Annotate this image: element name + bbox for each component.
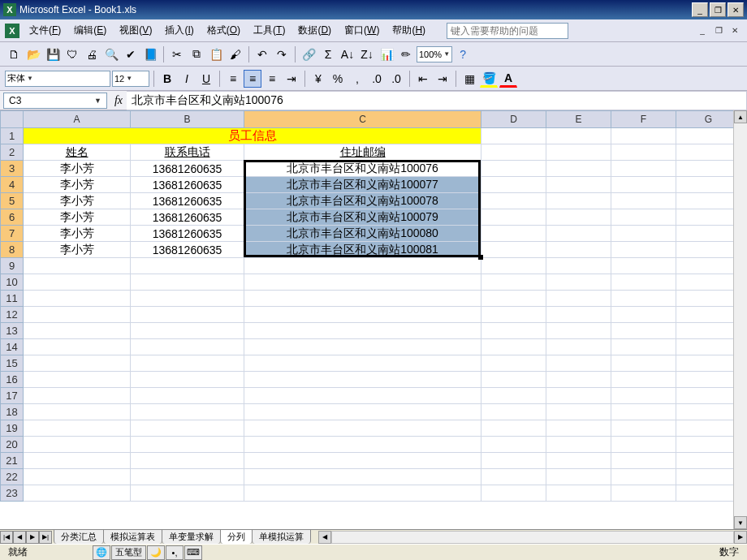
merge-center-icon[interactable]: ⇥ [283, 70, 300, 88]
cell-D8[interactable] [481, 242, 546, 258]
row-header-18[interactable]: 18 [0, 404, 24, 420]
cell-E16[interactable] [546, 372, 611, 388]
bold-button[interactable]: B [158, 70, 176, 88]
cell-A20[interactable] [24, 437, 131, 453]
cell-F7[interactable] [611, 226, 676, 242]
currency-icon[interactable]: ¥ [309, 70, 327, 88]
cell-C10[interactable] [244, 274, 481, 291]
row-header-6[interactable]: 6 [0, 209, 24, 226]
cell-C11[interactable] [244, 291, 481, 307]
tab-next-icon[interactable]: ▶ [26, 531, 39, 544]
cell-D22[interactable] [481, 469, 546, 485]
cell-C6[interactable]: 北京市丰台区和义南站100079 [244, 209, 481, 226]
cell-F11[interactable] [611, 291, 676, 307]
h-track[interactable] [331, 531, 734, 544]
col-header-F[interactable]: F [611, 110, 676, 128]
cell-E13[interactable] [546, 323, 611, 339]
cell-C22[interactable] [244, 469, 481, 485]
cell-F22[interactable] [611, 469, 676, 485]
cell-D16[interactable] [481, 372, 546, 388]
cell-F16[interactable] [611, 372, 676, 388]
cell-B10[interactable] [131, 274, 244, 291]
cell-F9[interactable] [611, 258, 676, 274]
cell-B23[interactable] [131, 485, 244, 502]
cell-E18[interactable] [546, 404, 611, 420]
cell-C20[interactable] [244, 437, 481, 453]
row-header-19[interactable]: 19 [0, 420, 24, 437]
increase-indent-icon[interactable]: ⇥ [434, 70, 451, 88]
cell-D18[interactable] [481, 404, 546, 420]
decrease-indent-icon[interactable]: ⇤ [414, 70, 432, 88]
chart-icon[interactable]: 📊 [378, 45, 395, 63]
undo-icon[interactable]: ↶ [253, 45, 271, 63]
cell-C13[interactable] [244, 323, 481, 339]
cell-A5[interactable]: 李小芳 [24, 193, 131, 209]
row-header-20[interactable]: 20 [0, 437, 24, 453]
cell-B18[interactable] [131, 404, 244, 420]
col-header-A[interactable]: A [24, 110, 131, 128]
cell-F10[interactable] [611, 274, 676, 291]
cell-B3[interactable]: 13681260635 [131, 161, 244, 177]
cell-F21[interactable] [611, 453, 676, 469]
cell-F19[interactable] [611, 420, 676, 437]
wb-minimize[interactable]: _ [695, 24, 710, 37]
sort-asc-icon[interactable]: A↓ [339, 45, 356, 63]
fill-color-icon[interactable]: 🪣 [480, 70, 498, 88]
help-icon[interactable]: ? [454, 45, 472, 63]
cell-G23[interactable] [676, 485, 741, 502]
cell-B15[interactable] [131, 355, 244, 372]
font-color-icon[interactable]: A [499, 70, 517, 88]
cell-D19[interactable] [481, 420, 546, 437]
cell-D6[interactable] [481, 209, 546, 226]
cell-B6[interactable]: 13681260635 [131, 209, 244, 226]
cell-C8[interactable]: 北京市丰台区和义南站100081 [244, 242, 481, 258]
cell-E17[interactable] [546, 388, 611, 404]
wb-close[interactable]: ✕ [728, 24, 742, 37]
row-header-14[interactable]: 14 [0, 339, 24, 355]
cell-G3[interactable] [676, 161, 741, 177]
cell-E20[interactable] [546, 437, 611, 453]
cell-D10[interactable] [481, 274, 546, 291]
cell-A16[interactable] [24, 372, 131, 388]
cell-E5[interactable] [546, 193, 611, 209]
cell-D14[interactable] [481, 339, 546, 355]
close-button[interactable]: ✕ [728, 2, 744, 17]
tab-prev-icon[interactable]: ◀ [13, 531, 26, 544]
cell-E4[interactable] [546, 177, 611, 193]
cell-D2[interactable] [481, 144, 546, 161]
col-header-E[interactable]: E [546, 110, 611, 128]
sheet-tab-1[interactable]: 模拟运算表 [103, 529, 162, 544]
cell-E22[interactable] [546, 469, 611, 485]
cell-B5[interactable]: 13681260635 [131, 193, 244, 209]
spelling-icon[interactable]: ✔ [122, 45, 140, 63]
cell-B2[interactable]: 联系电话 [131, 144, 244, 161]
restore-button[interactable]: ❐ [710, 2, 726, 17]
cell-G21[interactable] [676, 453, 741, 469]
cell-F15[interactable] [611, 355, 676, 372]
workbook-icon[interactable]: X [5, 24, 19, 38]
cell-F14[interactable] [611, 339, 676, 355]
row-header-11[interactable]: 11 [0, 291, 24, 307]
cell-G1[interactable] [676, 128, 741, 144]
cell-A14[interactable] [24, 339, 131, 355]
cell-A4[interactable]: 李小芳 [24, 177, 131, 193]
menu-3[interactable]: 插入(I) [160, 21, 198, 40]
scroll-right-icon[interactable]: ▶ [734, 531, 747, 544]
new-icon[interactable]: 🗋 [5, 45, 23, 63]
row-header-9[interactable]: 9 [0, 258, 24, 274]
italic-button[interactable]: I [178, 70, 196, 88]
redo-icon[interactable]: ↷ [273, 45, 291, 63]
copy-icon[interactable]: ⧉ [188, 45, 205, 63]
cell-C2[interactable]: 住址邮编 [244, 144, 481, 161]
increase-decimal-icon[interactable]: .0 [368, 70, 386, 88]
cell-E12[interactable] [546, 307, 611, 323]
cell-E10[interactable] [546, 274, 611, 291]
cell-A7[interactable]: 李小芳 [24, 226, 131, 242]
cell-F5[interactable] [611, 193, 676, 209]
research-icon[interactable]: 📘 [141, 45, 159, 63]
col-header-C[interactable]: C [244, 110, 481, 128]
cell-D15[interactable] [481, 355, 546, 372]
menu-4[interactable]: 格式(O) [202, 21, 245, 40]
row-header-1[interactable]: 1 [0, 128, 24, 144]
cell-G5[interactable] [676, 193, 741, 209]
